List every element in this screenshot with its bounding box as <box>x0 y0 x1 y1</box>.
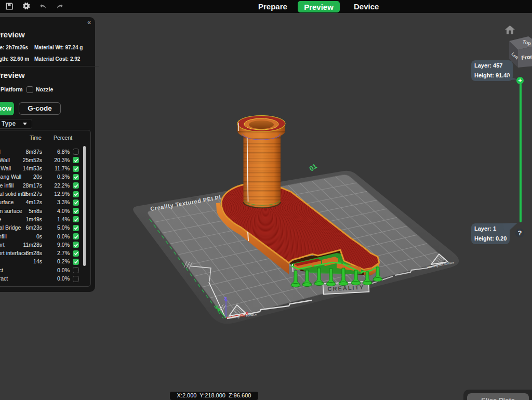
svg-text:Y: Y <box>215 304 218 310</box>
svg-text:Front: Front <box>521 53 532 61</box>
svg-text:Z: Z <box>224 296 227 301</box>
